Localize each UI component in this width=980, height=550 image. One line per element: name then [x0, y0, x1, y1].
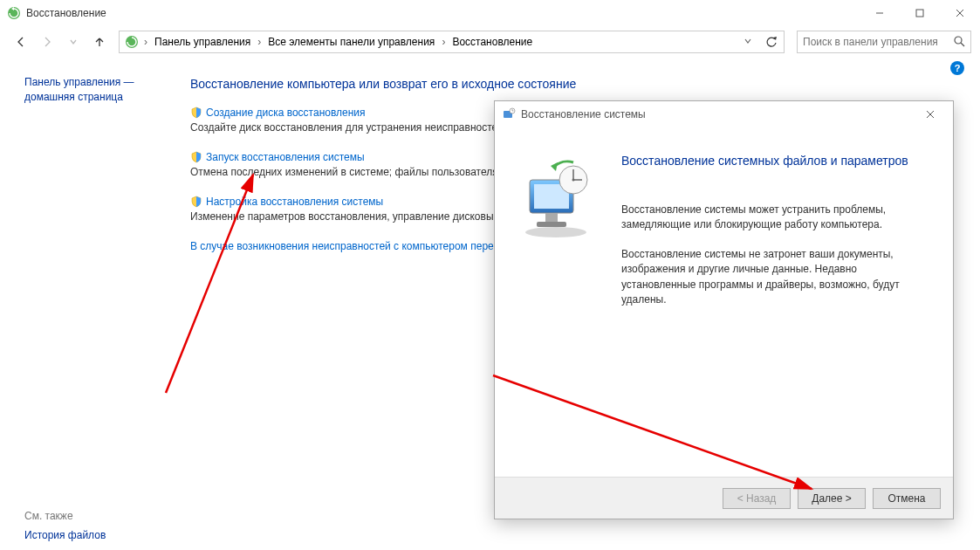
dialog-illustration	[495, 127, 617, 477]
shield-icon	[190, 196, 202, 208]
dialog-body: Восстановление системных файлов и параме…	[495, 127, 953, 477]
back-button[interactable]	[9, 30, 33, 54]
svg-rect-3	[916, 10, 923, 17]
dialog-content: Восстановление системных файлов и параме…	[617, 127, 953, 477]
dialog-close-button[interactable]	[913, 104, 948, 125]
window-title: Восстановление	[26, 7, 106, 19]
dialog-icon	[502, 107, 516, 121]
back-button[interactable]: < Назад	[723, 488, 791, 509]
window-controls	[860, 0, 980, 26]
svg-rect-17	[545, 213, 558, 222]
dialog-paragraph-1: Восстановление системы может устранить п…	[621, 203, 931, 233]
see-also-label: См. также	[24, 510, 166, 522]
close-button[interactable]	[940, 0, 980, 26]
dialog-titlebar[interactable]: Восстановление системы	[495, 101, 953, 127]
address-dropdown-icon[interactable]	[738, 36, 757, 48]
maximize-button[interactable]	[900, 0, 940, 26]
svg-point-14	[525, 227, 586, 237]
shield-icon	[190, 107, 202, 119]
next-button[interactable]: Далее >	[798, 488, 866, 509]
dialog-heading: Восстановление системных файлов и параме…	[621, 154, 931, 168]
up-button[interactable]	[87, 30, 112, 54]
recent-dropdown-icon[interactable]	[61, 30, 86, 54]
cancel-button[interactable]: Отмена	[873, 488, 941, 509]
chevron-right-icon[interactable]: ›	[142, 36, 149, 48]
search-box[interactable]	[797, 31, 971, 53]
svg-point-8	[955, 37, 962, 44]
breadcrumb-segment[interactable]: Панель управления	[151, 34, 254, 50]
svg-rect-18	[537, 222, 566, 227]
option-link[interactable]: Запуск восстановления системы	[206, 151, 365, 163]
window-titlebar: Восстановление	[0, 0, 980, 26]
address-bar[interactable]: › Панель управления › Все элементы панел…	[119, 31, 785, 53]
location-icon	[125, 35, 139, 49]
forward-button[interactable]	[35, 30, 59, 54]
app-icon	[7, 6, 21, 20]
shield-icon	[190, 151, 202, 163]
dialog-title: Восстановление системы	[521, 108, 646, 120]
svg-marker-23	[551, 162, 558, 171]
breadcrumb-segment[interactable]: Все элементы панели управления	[264, 34, 438, 50]
search-icon[interactable]	[953, 35, 965, 50]
svg-point-22	[572, 179, 575, 182]
dialog-paragraph-2: Восстановление системы не затронет ваши …	[621, 247, 931, 308]
search-input[interactable]	[803, 36, 953, 48]
option-link[interactable]: Создание диска восстановления	[206, 107, 366, 119]
system-restore-dialog: Восстановление системы Восстановление си…	[494, 100, 954, 519]
svg-line-9	[961, 43, 964, 46]
control-panel-home-link[interactable]: Панель управления — домашняя страница	[24, 75, 166, 105]
file-history-link[interactable]: История файлов	[24, 529, 166, 541]
dialog-footer: < Назад Далее > Отмена	[495, 477, 953, 519]
chevron-right-icon[interactable]: ›	[440, 36, 447, 48]
breadcrumb-segment[interactable]: Восстановление	[449, 34, 536, 50]
minimize-button[interactable]	[860, 0, 900, 26]
sidebar: Панель управления — домашняя страница См…	[0, 58, 175, 550]
option-link[interactable]: Настройка восстановления системы	[206, 196, 383, 208]
help-icon[interactable]: ?	[950, 61, 964, 75]
page-heading: Восстановление компьютера или возврат ег…	[190, 77, 954, 91]
breadcrumb: › Панель управления › Все элементы панел…	[142, 34, 738, 50]
navigation-bar: › Панель управления › Все элементы панел…	[0, 26, 980, 58]
chevron-right-icon[interactable]: ›	[256, 36, 263, 48]
refresh-button[interactable]	[761, 31, 782, 52]
